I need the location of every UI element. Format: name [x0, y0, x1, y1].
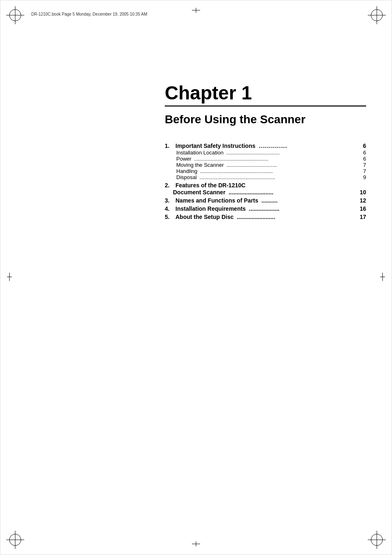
top-center-tick [192, 7, 200, 14]
toc-number-1: 1. [165, 143, 173, 149]
toc-item-1b: Power ..................................… [165, 156, 366, 162]
toc-item-1c: Moving the Scanner .....................… [165, 162, 366, 168]
page: DR-1210C.book Page 5 Monday, December 19… [0, 0, 392, 555]
toc-title-1: Important Safety Instructions ..........… [175, 143, 366, 149]
toc-page-5: 17 [358, 214, 366, 220]
toc-item-1d: Handling ...............................… [165, 168, 366, 174]
toc-title-5: About the Setup Disc ...................… [175, 214, 366, 220]
toc-page-1b: 6 [358, 156, 366, 162]
toc-title-1c: Moving the Scanner .....................… [176, 162, 366, 168]
toc-title-2b: Document Scanner .......................… [173, 189, 366, 196]
toc-item-3: 3. Names and Functions of Parts ........… [165, 197, 366, 204]
toc-item-5: 5. About the Setup Disc ................… [165, 214, 366, 220]
toc-number-3: 3. [165, 197, 173, 204]
header-file-info: DR-1210C.book Page 5 Monday, December 19… [31, 12, 147, 16]
toc-item-1e: Disposal ...............................… [165, 174, 366, 180]
right-center-tick [380, 273, 385, 283]
toc-item-2: 2. Features of the DR-1210C [165, 182, 366, 189]
toc-number-4: 4. [165, 205, 173, 212]
toc-title-3: Names and Functions of Parts .......... … [175, 197, 366, 204]
toc-title-2: Features of the DR-1210C [175, 182, 366, 189]
toc-page-4: 16 [358, 205, 366, 212]
content-area: Chapter 1 Before Using the Scanner 1. Im… [165, 83, 366, 221]
toc-number-5: 5. [165, 214, 173, 220]
toc-page-3: 12 [358, 197, 366, 204]
toc-page-2: 10 [358, 189, 366, 196]
bottom-center-tick [192, 541, 200, 548]
reg-mark-tr [368, 6, 386, 24]
chapter-rule [165, 105, 366, 107]
toc-title-1e: Disposal ...............................… [176, 174, 366, 180]
left-center-tick [7, 273, 12, 283]
toc-item-2b: Document Scanner .......................… [165, 189, 366, 196]
reg-mark-br [368, 531, 386, 549]
toc-page-1d: 7 [358, 168, 366, 174]
toc-title-1b: Power ..................................… [176, 156, 366, 162]
toc-number-2: 2. [165, 182, 173, 189]
toc-item-1a: Installation Location ..................… [165, 150, 366, 156]
toc-title-1d: Handling ...............................… [176, 168, 366, 174]
toc-page-1a: 6 [358, 150, 366, 156]
table-of-contents: 1. Important Safety Instructions .......… [165, 143, 366, 220]
toc-title-4: Installation Requirements ..............… [175, 205, 366, 212]
chapter-label: Chapter 1 [165, 83, 366, 104]
toc-page-1: 6 [358, 143, 366, 149]
toc-page-1e: 9 [358, 174, 366, 180]
reg-mark-bl [6, 531, 24, 549]
toc-page-1c: 7 [358, 162, 366, 168]
reg-mark-tl [6, 6, 24, 24]
toc-item-1: 1. Important Safety Instructions .......… [165, 143, 366, 149]
toc-title-1a: Installation Location ..................… [176, 150, 366, 156]
toc-item-4: 4. Installation Requirements ...........… [165, 205, 366, 212]
chapter-subtitle: Before Using the Scanner [165, 113, 366, 127]
